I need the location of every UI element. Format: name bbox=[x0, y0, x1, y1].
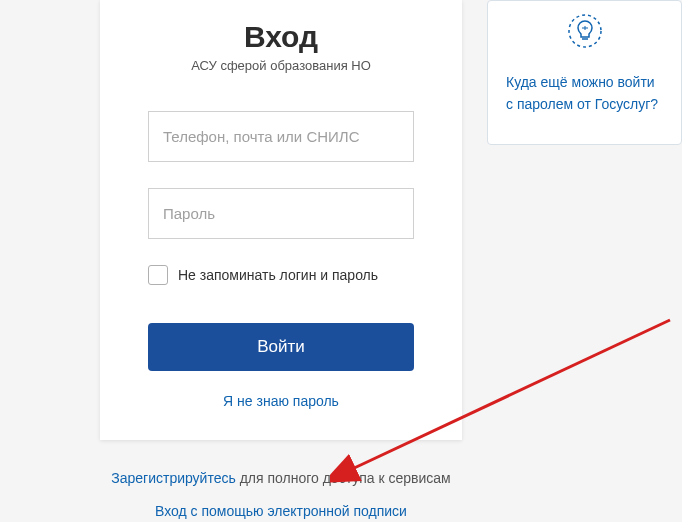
esign-link[interactable]: Вход с помощью электронной подписи bbox=[155, 503, 407, 519]
svg-point-0 bbox=[569, 15, 601, 47]
info-card: Куда ещё можно войти с паролем от Госусл… bbox=[487, 0, 682, 145]
remember-label: Не запоминать логин и пароль bbox=[178, 267, 378, 283]
remember-checkbox[interactable] bbox=[148, 265, 168, 285]
forgot-password-link[interactable]: Я не знаю пароль bbox=[148, 393, 414, 409]
login-card: Вход АСУ сферой образования НО Не запоми… bbox=[100, 0, 462, 440]
register-link[interactable]: Зарегистрируйтесь bbox=[111, 470, 236, 486]
login-title: Вход bbox=[148, 20, 414, 54]
register-row: Зарегистрируйтесь для полного доступа к … bbox=[100, 470, 462, 486]
gosuslugi-info-link[interactable]: Куда ещё можно войти с паролем от Госусл… bbox=[506, 71, 663, 116]
remember-checkbox-row: Не запоминать логин и пароль bbox=[148, 265, 414, 285]
password-input[interactable] bbox=[148, 188, 414, 239]
esign-row: Вход с помощью электронной подписи bbox=[100, 502, 462, 520]
lightbulb-icon bbox=[506, 9, 663, 53]
login-input[interactable] bbox=[148, 111, 414, 162]
register-text: для полного доступа к сервисам bbox=[236, 470, 451, 486]
login-button[interactable]: Войти bbox=[148, 323, 414, 371]
login-subtitle: АСУ сферой образования НО bbox=[148, 58, 414, 73]
